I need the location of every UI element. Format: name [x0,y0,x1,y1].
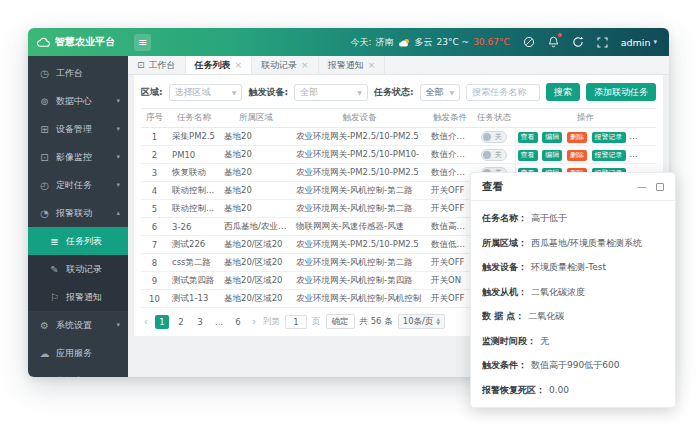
user-menu[interactable]: admin ▾ [621,37,657,48]
tab[interactable]: ⊡ 工作台 [128,56,186,74]
page-button[interactable]: 2 [174,315,188,329]
dialog-body: 任务名称： 高于低于 所属区域： 西瓜基地/环境质量检测系统 触发设备： 环境质… [471,201,675,402]
workbench-tab-icon: ⊡ [137,60,145,70]
cell-area: 基地20 [220,200,292,218]
edit-button[interactable]: 编辑 [542,150,562,161]
cell-area: 基地20/区域20 [220,236,292,254]
region-placeholder: 选择区域 [175,86,211,99]
tab-close-icon[interactable]: × [368,60,376,70]
device-select[interactable]: 全部 ▼ [294,84,368,101]
minimize-icon[interactable]: — [637,183,647,191]
sidebar-item-icon: ◔ [39,208,50,219]
cell-condition: 数值高于... [427,218,473,236]
cell-task-name: 测试226 [168,236,220,254]
refresh-button[interactable] [572,36,584,48]
delete-button[interactable]: 删除 [567,132,587,143]
sidebar-collapse-button[interactable]: ≡ [134,34,151,51]
cloud-logo-icon [37,37,50,47]
sidebar-item-label: 任务列表 [66,235,102,248]
add-task-button[interactable]: 添加联动任务 [586,83,656,101]
sidebar-item[interactable]: ◔ 报警联动 ▴ [28,199,128,227]
page-button[interactable]: ... [212,315,226,329]
region-label: 区域: [141,86,163,99]
field-value: 二氧化碳浓度 [531,280,585,305]
sidebar-item[interactable]: ✎ 联动记录 [28,255,128,283]
expand-icon[interactable] [656,183,664,191]
tab-close-icon[interactable]: × [235,60,243,70]
status-toggle[interactable]: 关 [481,149,507,161]
edit-button[interactable]: 编辑 [542,132,562,143]
sidebar-item[interactable]: ◴ 定时任务 ▾ [28,171,128,199]
cell-condition: 数值介于... [427,164,473,182]
task-search-input[interactable]: 搜索任务名称 [466,84,540,101]
cell-device: 农业环境网关-PM2.5/10-PM10- [292,146,427,164]
weather-temp-high: 30.67°C [473,37,510,47]
sidebar-item-icon: ✎ [49,264,60,275]
sidebar-item[interactable]: ◷ 工作台 [28,59,128,87]
sidebar-item-label: 设备管理 [56,123,92,136]
cell-condition: 开关ON [427,272,473,290]
sidebar-item[interactable]: ⊞ 设备管理 ▾ [28,115,128,143]
jump-to-input[interactable]: 1 [285,315,307,329]
cell-index: 2 [141,146,168,164]
delete-button[interactable]: 删除 [567,150,587,161]
field-value: 数值高于990低于600 [531,353,619,378]
sidebar-item[interactable]: ⊟ 数据大屏 [28,367,128,377]
alarm-record-button[interactable]: 报警记录 [592,132,626,143]
guide-icon [523,36,535,48]
sidebar-item-label: 报警联动 [56,207,92,220]
sidebar-item-icon: ⚐ [49,292,60,303]
guide-button[interactable] [523,36,535,48]
column-header: 任务状态 [473,109,515,128]
status-toggle[interactable]: 关 [481,131,507,143]
dialog-field: 触发从机： 二氧化碳浓度 [482,280,664,305]
cell-task-name: 联动控制... [168,200,220,218]
confirm-button[interactable]: 确定 [326,314,355,329]
sidebar-item[interactable]: ≣ 任务列表 [28,227,128,255]
dialog-field: 数 据 点： 二氧化碳 [482,304,664,329]
status-label: 任务状态: [374,86,414,99]
view-button[interactable]: 查看 [518,132,538,143]
tab[interactable]: 报警通知 × [319,56,386,74]
username: admin [621,37,651,48]
cell-device: 农业环境网关-风机控制-第二路 [292,254,427,272]
tab-close-icon[interactable]: × [301,60,309,70]
tab[interactable]: 任务列表 × [186,56,253,74]
sidebar-item[interactable]: ⊡ 影像监控 ▾ [28,143,128,171]
sidebar-item-icon: ≣ [49,236,60,247]
cell-device: 农业环境网关-风机控制-第二路 [292,182,427,200]
dialog-field: 监测时间段： 无 [482,329,664,354]
cell-device: 农业环境网关-PM2.5/10-PM2.5 [292,164,427,182]
sidebar-item[interactable]: ⊚ 数据中心 ▾ [28,87,128,115]
next-page-button[interactable]: › [250,316,258,327]
page-size-select[interactable]: 10条/页 ▲▼ [398,314,445,329]
prev-page-button[interactable]: ‹ [142,316,150,327]
linkage-record-button[interactable]: 联动记录 [630,150,656,161]
refresh-icon [572,36,584,48]
alarm-record-button[interactable]: 报警记录 [592,150,626,161]
page-button[interactable]: 3 [193,315,207,329]
linkage-record-button[interactable]: 联动记录 [630,132,656,143]
field-label: 触发条件： [482,353,527,378]
status-value: 全部 [426,86,444,99]
tab[interactable]: 联动记录 × [252,56,319,74]
sidebar-item[interactable]: ☁ 应用服务 [28,339,128,367]
sidebar-item[interactable]: ⚐ 报警通知 [28,283,128,311]
page-button[interactable]: 6 [231,315,245,329]
sidebar-item-label: 影像监控 [56,151,92,164]
field-label: 所属区域： [482,231,527,256]
search-button[interactable]: 搜索 [546,83,580,101]
page-button[interactable]: 1 [155,315,169,329]
search-placeholder: 搜索任务名称 [472,86,526,99]
field-value: 环境质量检测-Test [531,255,606,280]
notifications-button[interactable] [548,36,559,48]
chevron-icon: ▾ [116,97,120,105]
fullscreen-button[interactable] [597,37,608,48]
region-select[interactable]: 选择区域 ▼ [169,84,243,101]
sidebar-item[interactable]: ⚙ 系统设置 ▾ [28,311,128,339]
chevron-icon: ▾ [116,125,120,133]
toggle-off-label: 关 [495,150,502,160]
status-select[interactable]: 全部 ▼ [420,84,461,101]
app-logo: 智慧农业平台 [28,35,128,49]
view-button[interactable]: 查看 [518,150,538,161]
